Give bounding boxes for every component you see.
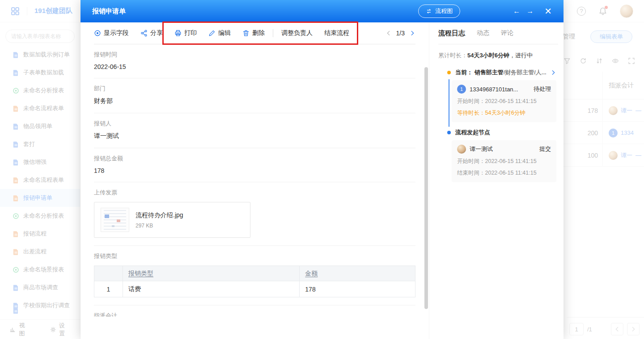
print-icon bbox=[174, 30, 182, 37]
toolbar-divider bbox=[273, 29, 273, 37]
edit-label: 编辑 bbox=[218, 29, 231, 37]
tab-activity[interactable]: 动态 bbox=[477, 29, 489, 37]
form-fields: 报销时间 2022-06-15 部门 财务部 报销人 谭一测试 报销总金额 17… bbox=[80, 44, 429, 317]
delete-button[interactable]: 删除 bbox=[242, 29, 265, 37]
adjust-owner-label: 调整负责人 bbox=[281, 29, 313, 37]
subtable-field-row: 报销类型 报销类型 金额 1 话费 178 bbox=[94, 246, 415, 305]
field-row: 报销总金额 178 bbox=[94, 148, 415, 182]
field-label: 部门 bbox=[94, 85, 415, 93]
total-duration: 累计时长：54天3小时6分钟，进行中 bbox=[438, 51, 556, 60]
flow-log-panel: 流程日志 动态 评论 累计时长：54天3小时6分钟，进行中 当前： 销售部主管/… bbox=[429, 22, 564, 339]
field-value: 2022-06-15 bbox=[94, 63, 415, 70]
start-node-text: 流程发起节点 bbox=[455, 129, 490, 137]
assignee-avatar: 1 bbox=[457, 85, 466, 94]
start-time-row: 开始时间：2022-06-15 11:41:15 bbox=[457, 98, 551, 105]
submitter-name: 谭一测试 bbox=[470, 145, 539, 153]
index-column-header bbox=[94, 266, 123, 281]
amount-column-header[interactable]: 金额 bbox=[300, 266, 415, 281]
record-detail-modal: 报销申请单 流程图 ← → ✕ 显示字段 分享 打印 编辑 删除 调整 bbox=[80, 0, 564, 339]
end-time-row: 结束时间：2022-06-15 11:41:15 bbox=[457, 169, 551, 177]
modal-body: 显示字段 分享 打印 编辑 删除 调整负责人 结束流程 1/3 bbox=[80, 22, 564, 339]
adjust-owner-button[interactable]: 调整负责人 bbox=[281, 29, 313, 37]
current-node-text: 当前： 销售部主管/财务部主管/人... bbox=[455, 69, 547, 77]
attachment-name: 流程待办介绍.jpg bbox=[136, 211, 183, 219]
flowchart-icon bbox=[426, 8, 432, 14]
expand-chevron-icon[interactable] bbox=[550, 69, 556, 76]
share-icon bbox=[140, 30, 148, 37]
current-node-body: 1 13349687101tan... 待处理 开始时间：2022-06-15 … bbox=[449, 79, 556, 127]
trash-icon bbox=[242, 30, 250, 37]
close-icon[interactable]: ✕ bbox=[544, 7, 552, 16]
row-index: 1 bbox=[94, 281, 123, 297]
field-label: 报销人 bbox=[94, 120, 415, 128]
tab-comments[interactable]: 评论 bbox=[501, 29, 513, 37]
modal-title: 报销申请单 bbox=[92, 7, 126, 16]
attachment-thumbnail bbox=[101, 208, 129, 232]
share-label: 分享 bbox=[150, 29, 163, 37]
pending-dot-icon bbox=[447, 71, 451, 74]
print-label: 打印 bbox=[184, 29, 197, 37]
assignee-name: 13349687101tan... bbox=[470, 86, 534, 93]
record-pager: 1/3 bbox=[386, 30, 415, 37]
type-column-header[interactable]: 报销类型 bbox=[123, 266, 300, 281]
end-flow-button[interactable]: 结束流程 bbox=[324, 29, 349, 37]
print-button[interactable]: 打印 bbox=[174, 29, 197, 37]
field-row: 报销时间 2022-06-15 bbox=[94, 44, 415, 78]
duration-value: 54天3小时6分钟 bbox=[467, 52, 509, 59]
flowchart-label: 流程图 bbox=[435, 7, 453, 15]
record-nav: ← → bbox=[513, 7, 534, 15]
share-button[interactable]: 分享 bbox=[140, 29, 163, 37]
modal-header: 报销申请单 流程图 ← → ✕ bbox=[80, 0, 564, 22]
app-root: 191创建团队 ? 数据加载示例订单 子表单数据加载 未命名分析报表 未命名流程… bbox=[0, 0, 644, 339]
task-status: 提交 bbox=[539, 145, 551, 153]
task-status: 待处理 bbox=[534, 85, 551, 93]
row-amount: 178 bbox=[300, 281, 415, 297]
record-content: 显示字段 分享 打印 编辑 删除 调整负责人 结束流程 1/3 bbox=[80, 22, 429, 339]
edit-button[interactable]: 编辑 bbox=[208, 29, 231, 37]
field-row: 部门 财务部 bbox=[94, 78, 415, 113]
duration-status: ，进行中 bbox=[509, 52, 533, 59]
attachment-size: 297 KB bbox=[136, 223, 183, 229]
submit-task-card[interactable]: 谭一测试 提交 开始时间：2022-06-15 11:41:15 结束时间：20… bbox=[452, 140, 556, 182]
prev-record-arrow[interactable]: ← bbox=[513, 7, 520, 15]
next-record-chevron[interactable] bbox=[409, 30, 415, 36]
current-node-header: 当前： 销售部主管/财务部主管/人... bbox=[438, 67, 556, 79]
tab-flow-log[interactable]: 流程日志 bbox=[438, 29, 465, 38]
field-value: 178 bbox=[94, 167, 415, 174]
field-row: 指派会计 谭一测试 bbox=[94, 305, 415, 317]
field-value: 谭一测试 bbox=[94, 132, 415, 140]
field-label: 上传发票 bbox=[94, 189, 415, 197]
subform-row: 1 话费 178 bbox=[94, 281, 415, 297]
flowchart-button[interactable]: 流程图 bbox=[418, 4, 460, 18]
flow-timeline: 当前： 销售部主管/财务部主管/人... 1 13349687101tan...… bbox=[438, 67, 556, 187]
submitter-avatar bbox=[457, 145, 466, 154]
log-tabs: 流程日志 动态 评论 bbox=[438, 22, 556, 44]
content-scrollbar[interactable] bbox=[424, 67, 428, 309]
row-type: 话费 bbox=[123, 281, 300, 297]
field-value: 财务部 bbox=[94, 97, 415, 105]
field-label: 报销时间 bbox=[94, 51, 415, 59]
start-time-row: 开始时间：2022-06-15 11:41:15 bbox=[457, 158, 551, 165]
field-label: 报销总金额 bbox=[94, 154, 415, 163]
delete-label: 删除 bbox=[252, 29, 265, 37]
prev-record-chevron[interactable] bbox=[386, 30, 392, 36]
pending-task-card[interactable]: 1 13349687101tan... 待处理 开始时间：2022-06-15 … bbox=[452, 80, 556, 122]
end-flow-label: 结束流程 bbox=[324, 29, 349, 37]
field-label: 报销类型 bbox=[94, 252, 415, 260]
attachment-card[interactable]: 流程待办介绍.jpg 297 KB bbox=[94, 202, 250, 238]
show-fields-button[interactable]: 显示字段 bbox=[94, 29, 129, 37]
subform-table: 报销类型 金额 1 话费 178 bbox=[94, 266, 415, 297]
start-node-header: 流程发起节点 bbox=[438, 127, 556, 139]
show-fields-icon bbox=[94, 30, 101, 37]
start-node-body: 谭一测试 提交 开始时间：2022-06-15 11:41:15 结束时间：20… bbox=[449, 139, 556, 187]
wait-duration-row: 等待时长：54天3小时6分钟 bbox=[457, 109, 551, 117]
pencil-icon bbox=[208, 30, 216, 37]
tabs-underline bbox=[438, 44, 558, 44]
record-pager-text: 1/3 bbox=[396, 30, 405, 37]
field-row: 报销人 谭一测试 bbox=[94, 113, 415, 148]
field-label: 指派会计 bbox=[94, 312, 415, 317]
record-toolbar: 显示字段 分享 打印 编辑 删除 调整负责人 结束流程 1/3 bbox=[80, 22, 429, 44]
upload-field-row: 上传发票 流程待办介绍.jpg 297 KB bbox=[94, 182, 415, 246]
show-fields-label: 显示字段 bbox=[104, 29, 129, 37]
next-record-arrow[interactable]: → bbox=[526, 7, 534, 15]
